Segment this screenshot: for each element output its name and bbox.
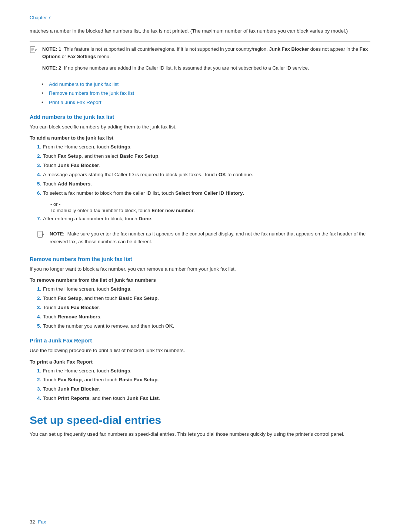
section1-step-2: 2. Touch Fax Setup, and then select Basi… (30, 152, 370, 161)
or-sub-text: To manually enter a fax number to block,… (50, 208, 370, 213)
svg-rect-4 (38, 231, 43, 237)
note-inline-icon (37, 231, 47, 239)
section3-step-2: 2. Touch Fax Setup, and then touch Basic… (30, 376, 370, 384)
step-num: 7. (30, 215, 43, 223)
toc-link-1[interactable]: Add numbers to the junk fax list (49, 81, 119, 87)
step-text: Touch Remove Numbers. (43, 313, 370, 321)
step-num: 5. (30, 180, 43, 188)
section3-steps: 1. From the Home screen, touch Settings.… (30, 367, 370, 403)
step-text: Touch Add Numbers. (43, 180, 370, 188)
section1-step-3: 3. Touch Junk Fax Blocker. (30, 161, 370, 170)
step-num: 3. (30, 385, 43, 394)
step-text: Touch Print Reports, and then touch Junk… (43, 394, 370, 403)
step-text: Touch Junk Fax Blocker. (43, 385, 370, 394)
step-text: Touch Junk Fax Blocker. (43, 161, 370, 170)
step-num: 4. (30, 313, 43, 321)
toc-link-3[interactable]: Print a Junk Fax Report (49, 100, 101, 105)
toc-list: Add numbers to the junk fax list Remove … (44, 80, 370, 107)
step-text: From the Home screen, touch Settings. (43, 367, 370, 375)
step-num: 1. (30, 367, 43, 375)
section1-sub-heading: To add a number to the junk fax list (30, 135, 370, 141)
section1-note-text: NOTE: Make sure you enter the fax number… (50, 230, 370, 246)
big-section-body: You can set up frequently used fax numbe… (30, 430, 370, 438)
toc-link-2[interactable]: Remove numbers from the junk fax list (49, 90, 134, 96)
svg-rect-0 (30, 46, 35, 52)
note1-text: NOTE: 1 This feature is not supported in… (42, 46, 370, 61)
footer-page-num: 32 (30, 519, 35, 525)
step-num: 4. (30, 394, 43, 403)
toc-item-1[interactable]: Add numbers to the junk fax list (44, 80, 370, 89)
section1-step7: 7. After entering a fax number to block,… (30, 215, 370, 223)
footer-label: Fax (38, 519, 46, 525)
section1-step-7: 7. After entering a fax number to block,… (30, 215, 370, 223)
step-text: To select a fax number to block from the… (43, 189, 370, 198)
section2-step-5: 5. Touch the number you want to remove, … (30, 322, 370, 331)
step-text: Touch Junk Fax Blocker. (43, 304, 370, 312)
bottom-divider1 (30, 76, 370, 76)
section2-step-2: 2. Touch Fax Setup, and then touch Basic… (30, 294, 370, 303)
section1-note-box: NOTE: Make sure you enter the fax number… (30, 227, 370, 249)
step-num: 5. (30, 322, 43, 331)
step-num: 2. (30, 376, 43, 384)
big-section-heading: Set up speed-dial entries (30, 414, 370, 426)
step-num: 2. (30, 294, 43, 303)
section1-body: You can block specific numbers by adding… (30, 123, 370, 131)
step-text: Touch Fax Setup, and then touch Basic Fa… (43, 294, 370, 303)
section2-body: If you no longer want to block a fax num… (30, 265, 370, 273)
step-text: Touch Fax Setup, and then touch Basic Fa… (43, 376, 370, 384)
section2-heading: Remove numbers from the junk fax list (30, 256, 370, 262)
step-text: A message appears stating that Caller ID… (43, 171, 370, 179)
toc-item-3[interactable]: Print a Junk Fax Report (44, 98, 370, 107)
step-text: After entering a fax number to block, to… (43, 215, 370, 223)
section2-steps: 1. From the Home screen, touch Settings.… (30, 285, 370, 331)
section1-steps: 1. From the Home screen, touch Settings.… (30, 143, 370, 198)
section2-step-1: 1. From the Home screen, touch Settings. (30, 285, 370, 294)
section3-step-1: 1. From the Home screen, touch Settings. (30, 367, 370, 375)
section3-body: Use the following procedure to print a l… (30, 347, 370, 355)
section3-step-4: 4. Touch Print Reports, and then touch J… (30, 394, 370, 403)
chapter-label: Chapter 7 (30, 15, 370, 20)
toc-item-2[interactable]: Remove numbers from the junk fax list (44, 89, 370, 98)
section3-sub-heading: To print a Junk Fax Report (30, 359, 370, 365)
section3-step-3: 3. Touch Junk Fax Blocker. (30, 385, 370, 394)
note1-box: NOTE: 1 This feature is not supported in… (30, 46, 370, 61)
step-text: Touch the number you want to remove, and… (43, 322, 370, 331)
step-num: 6. (30, 189, 43, 198)
or-line: - or - (50, 201, 370, 207)
note2-text: NOTE: 2 If no phone numbers are added in… (42, 64, 370, 72)
section2-step-4: 4. Touch Remove Numbers. (30, 313, 370, 321)
top-divider (30, 41, 370, 42)
section1-step-1: 1. From the Home screen, touch Settings. (30, 143, 370, 151)
section1-step-4: 4. A message appears stating that Caller… (30, 171, 370, 179)
section1-heading: Add numbers to the junk fax list (30, 114, 370, 120)
step-text: From the Home screen, touch Settings. (43, 285, 370, 294)
intro-text: matches a number in the blocked fax numb… (30, 27, 370, 35)
step-num: 3. (30, 161, 43, 170)
note-icon (30, 46, 40, 56)
section2-step-3: 3. Touch Junk Fax Blocker. (30, 304, 370, 312)
step-text: Touch Fax Setup, and then select Basic F… (43, 152, 370, 161)
step-num: 4. (30, 171, 43, 179)
step-text: From the Home screen, touch Settings. (43, 143, 370, 151)
section3-heading: Print a Junk Fax Report (30, 337, 370, 344)
section1-step-6: 6. To select a fax number to block from … (30, 189, 370, 198)
step-num: 1. (30, 285, 43, 294)
step-num: 2. (30, 152, 43, 161)
section2-sub-heading: To remove numbers from the list of junk … (30, 277, 370, 283)
section1-step-5: 5. Touch Add Numbers. (30, 180, 370, 188)
step-num: 1. (30, 143, 43, 151)
step-num: 3. (30, 304, 43, 312)
footer: 32 Fax (30, 519, 370, 525)
